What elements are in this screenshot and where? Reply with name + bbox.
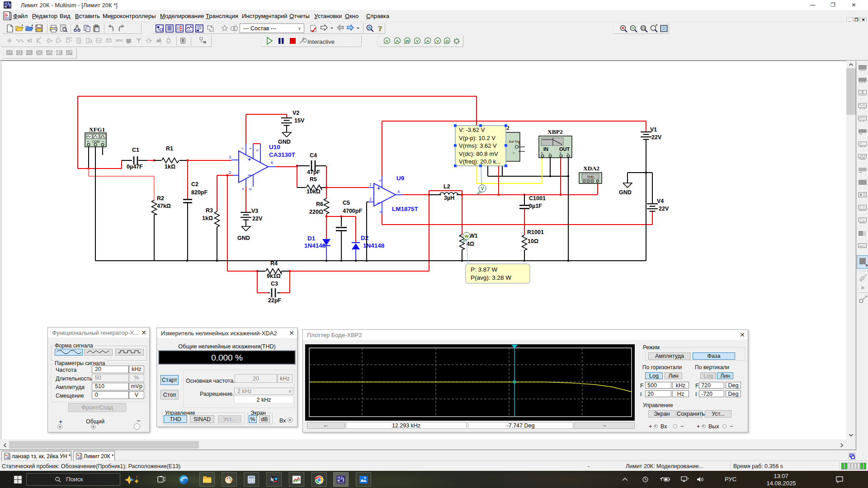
svg-text:COM: COM: [92, 140, 100, 143]
svg-text:−: −: [377, 200, 380, 206]
svg-text:C4: C4: [310, 152, 317, 159]
svg-text:820pF: 820pF: [191, 189, 208, 196]
svg-text:R2: R2: [157, 195, 164, 202]
svg-text:2: 2: [369, 197, 372, 202]
svg-text:LM1875T: LM1875T: [392, 206, 419, 212]
svg-text:0µ1F: 0µ1F: [529, 203, 542, 209]
svg-text:V1: V1: [650, 127, 657, 133]
svg-text:−: −: [548, 151, 551, 155]
svg-text:47pF: 47pF: [307, 169, 321, 175]
svg-text:C1001: C1001: [529, 195, 546, 202]
svg-text:V: V: [481, 186, 484, 191]
svg-text:4: 4: [241, 188, 245, 190]
svg-text:D1: D1: [307, 235, 316, 242]
svg-text:47kΩ: 47kΩ: [157, 203, 171, 209]
svg-text:C1: C1: [132, 147, 139, 153]
svg-text:0µ47F: 0µ47F: [127, 164, 143, 170]
svg-text:V2: V2: [292, 110, 299, 116]
svg-text:#RG: #RG: [859, 245, 865, 248]
svg-text:R6: R6: [316, 201, 323, 207]
svg-text:+: +: [541, 151, 543, 155]
svg-text:+: +: [559, 151, 561, 155]
svg-text:GND: GND: [278, 139, 291, 145]
svg-text:−: −: [248, 172, 251, 178]
svg-text:10Ω: 10Ω: [528, 238, 538, 244]
svg-text:V3: V3: [251, 208, 258, 214]
svg-text:D2: D2: [361, 235, 368, 241]
svg-text:R1: R1: [166, 145, 173, 152]
svg-text:V: -3.62 V: V: -3.62 V: [459, 127, 485, 133]
svg-text:R1001: R1001: [527, 229, 544, 235]
svg-text:+: +: [377, 185, 380, 192]
svg-text:R5: R5: [310, 176, 317, 183]
svg-text:XFG1: XFG1: [89, 126, 105, 133]
svg-text:V(rms): 3.62 V: V(rms): 3.62 V: [459, 142, 497, 149]
svg-text:4: 4: [397, 189, 400, 194]
svg-text:1kΩ: 1kΩ: [165, 164, 175, 170]
svg-text:22V: 22V: [252, 216, 263, 222]
svg-text:IN: IN: [543, 146, 548, 152]
svg-text:1kΩ: 1kΩ: [202, 215, 213, 221]
svg-text:V(freq): 20.0 k...: V(freq): 20.0 k...: [459, 158, 501, 165]
svg-text:V4: V4: [657, 198, 664, 204]
svg-text:V(dc): 80.8 mV: V(dc): 80.8 mV: [459, 150, 498, 157]
svg-text:4700pF: 4700pF: [343, 208, 362, 214]
svg-text:V(p-p): 10.2 V: V(p-p): 10.2 V: [459, 135, 495, 141]
svg-text:P(avg): 3.28 W: P(avg): 3.28 W: [471, 274, 511, 281]
svg-text:XDA2: XDA2: [583, 165, 599, 172]
svg-text:GND: GND: [619, 189, 632, 196]
svg-text:5: 5: [255, 149, 259, 151]
svg-text:R4: R4: [270, 260, 278, 267]
svg-text:C2: C2: [191, 181, 198, 188]
svg-text:W: W: [465, 234, 469, 239]
svg-text:1N4148: 1N4148: [304, 242, 326, 249]
svg-text:CA3130T: CA3130T: [269, 151, 296, 158]
svg-text:−: −: [102, 139, 104, 144]
svg-text:W1: W1: [469, 233, 478, 239]
svg-text:+: +: [248, 156, 251, 163]
svg-text:4Ω: 4Ω: [467, 241, 474, 247]
svg-text:15V: 15V: [294, 117, 305, 124]
svg-text:XBP2: XBP2: [547, 128, 563, 135]
svg-text:1: 1: [248, 147, 252, 150]
svg-text:22V: 22V: [651, 134, 662, 141]
svg-text:L2: L2: [443, 183, 450, 190]
svg-text:7: 7: [241, 147, 245, 150]
svg-text:22pF: 22pF: [268, 297, 282, 304]
svg-text:GND: GND: [237, 235, 250, 241]
svg-text:220Ω: 220Ω: [309, 209, 323, 215]
svg-text:22V: 22V: [659, 206, 669, 212]
svg-text:2: 2: [229, 170, 231, 175]
svg-text:−: −: [566, 151, 569, 155]
svg-text:1: 1: [369, 182, 372, 187]
svg-text:R3: R3: [206, 207, 213, 214]
svg-text:+: +: [519, 142, 521, 146]
svg-text:THD: THD: [587, 175, 594, 179]
svg-text:P: 3.87 W: P: 3.87 W: [471, 266, 498, 273]
svg-text:3: 3: [229, 155, 231, 160]
svg-text:+: +: [87, 140, 89, 144]
svg-text:6: 6: [271, 160, 273, 165]
svg-text:8: 8: [248, 188, 252, 190]
svg-text:C3: C3: [271, 281, 278, 287]
svg-text:3µH: 3µH: [444, 195, 454, 201]
svg-text:U9: U9: [396, 175, 404, 182]
svg-text:−: −: [513, 151, 515, 155]
svg-text:9k1Ω: 9k1Ω: [267, 273, 281, 279]
svg-text:10kΩ: 10kΩ: [307, 188, 321, 195]
svg-text:C5: C5: [343, 200, 350, 206]
